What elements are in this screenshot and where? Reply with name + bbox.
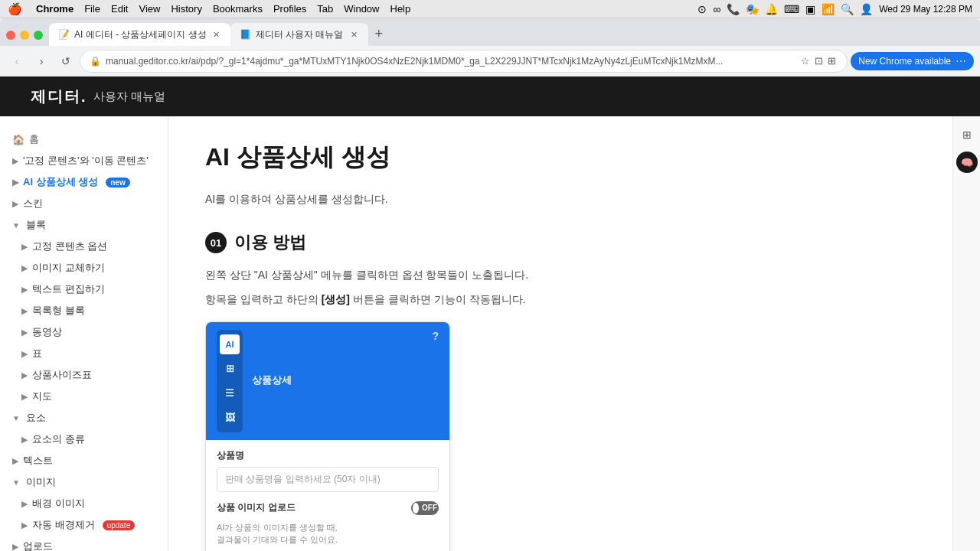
sidebar-item-list-block[interactable]: ▶ 목록형 블록	[0, 300, 168, 321]
page-title: AI 상품상세 생성	[205, 141, 916, 174]
address-bar: ‹ › ↺ 🔒 manual.geditor.co.kr/ai/pdp/?_gl…	[0, 46, 980, 77]
sidebar-group-element[interactable]: ▼ 요소	[0, 407, 168, 429]
menubar-file[interactable]: File	[84, 3, 100, 15]
ai-field1-input[interactable]: 판매 상품명을 입력하세요 (50자 이내)	[217, 467, 439, 492]
apple-icon[interactable]: 🍎	[8, 2, 22, 16]
menubar-tab[interactable]: Tab	[317, 3, 333, 15]
star-icon[interactable]: ☆	[799, 54, 812, 68]
ai-panel-ai-btn[interactable]: AI	[220, 334, 240, 354]
sidebar-item-fixed-opt[interactable]: ▶ 고정 콘텐츠 옵션	[0, 236, 168, 257]
maximize-traffic-light[interactable]	[34, 31, 43, 40]
menubar-profiles[interactable]: Profiles	[273, 3, 306, 15]
sidebar-label-size-table: 상품사이즈표	[32, 368, 92, 382]
menubar-help[interactable]: Help	[390, 3, 411, 15]
menubar-right: ⊙ ∞ 📞 🎭 🔔 ⌨ ▣ 📶 🔍 👤 Wed 29 May 12:28 PM	[697, 3, 972, 15]
forward-button[interactable]: ›	[31, 51, 52, 72]
page-desc: AI를 이용하여 상품상세를 생성합니다.	[205, 193, 916, 207]
sidebar-item-ai[interactable]: ▶ AI 상품상세 생성 new	[0, 171, 168, 193]
sidebar-item-size-table[interactable]: ▶ 상품사이즈표	[0, 364, 168, 386]
chevron-icon-bg-image: ▶	[21, 499, 28, 509]
phone-icon: 📞	[727, 3, 740, 15]
sidebar-label-text: 텍스트	[23, 454, 53, 468]
close-traffic-light[interactable]	[6, 31, 15, 40]
sidebar-item-img-replace[interactable]: ▶ 이미지 교체하기	[0, 257, 168, 279]
right-ai-icon[interactable]: 🧠	[956, 152, 978, 173]
menubar-chrome[interactable]: Chrome	[36, 3, 74, 15]
sidebar-item-bg-image[interactable]: ▶ 배경 이미지	[0, 493, 168, 514]
sidebar-item-upload[interactable]: ▶ 업로드	[0, 536, 168, 551]
sidebar-item-map[interactable]: ▶ 지도	[0, 386, 168, 407]
ai-toggle1-sub: AI가 상품의 이미지를 생성할 때,결과물이 기대와 다를 수 있어요.	[217, 521, 439, 546]
sidebar-group-block[interactable]: ▼ 블록	[0, 214, 168, 236]
section1-num: 01	[205, 232, 227, 253]
menubar-history[interactable]: History	[171, 3, 201, 15]
ai-panel-help-icon[interactable]: ?	[432, 330, 439, 342]
ai-toggle1[interactable]: OFF	[411, 501, 439, 515]
ai-panel-list-icon[interactable]: ☰	[220, 383, 240, 403]
chevron-icon-text-edit: ▶	[21, 285, 28, 295]
tab-1-favicon: 📝	[58, 29, 70, 40]
sidebar-item-skin[interactable]: ▶ 스킨	[0, 193, 168, 214]
site-header: 제디터. 사용자 매뉴얼	[0, 77, 980, 116]
sidebar-label-text-edit: 텍스트 편집하기	[32, 282, 105, 296]
ai-field1-placeholder: 판매 상품명을 입력하세요 (50자 이내)	[225, 474, 381, 484]
chevron-icon-text: ▶	[12, 456, 18, 466]
menubar-view[interactable]: View	[139, 3, 160, 15]
new-chrome-banner[interactable]: New Chrome available ⋯	[851, 52, 974, 70]
pip-icon[interactable]: ⊞	[826, 54, 838, 68]
sidebar-group-image[interactable]: ▼ 이미지	[0, 471, 168, 493]
tab-2-close[interactable]: ✕	[349, 28, 359, 41]
chevron-icon: ▶	[12, 156, 18, 166]
ai-panel-image-icon[interactable]: 🖼	[220, 408, 240, 428]
sidebar-item-text[interactable]: ▶ 텍스트	[0, 450, 168, 471]
menubar-window[interactable]: Window	[344, 3, 379, 15]
minimize-traffic-light[interactable]	[20, 31, 29, 40]
new-chrome-menu[interactable]: ⋯	[956, 55, 966, 67]
extension-icon[interactable]: ⊡	[813, 54, 825, 68]
sidebar-item-video[interactable]: ▶ 동영상	[0, 321, 168, 343]
ai-panel-title: 상품상세	[252, 373, 426, 387]
menubar-time: Wed 29 May 12:28 PM	[879, 4, 972, 15]
tab-2[interactable]: 📘 제디터 사용자 매뉴얼 ✕	[230, 23, 368, 46]
new-tab-button[interactable]: +	[368, 23, 390, 44]
chevron-icon-skin: ▶	[12, 199, 18, 209]
wifi-icon: 📶	[822, 3, 835, 15]
sidebar-item-element-types[interactable]: ▶ 요소의 종류	[0, 429, 168, 450]
menubar: 🍎 Chrome File Edit View History Bookmark…	[0, 0, 980, 18]
toggle-image-icon: ▼	[12, 478, 20, 487]
sidebar-item-table[interactable]: ▶ 표	[0, 343, 168, 364]
tab-2-title: 제디터 사용자 매뉴얼	[256, 28, 345, 41]
back-button[interactable]: ‹	[6, 51, 28, 72]
chevron-icon-ai: ▶	[12, 178, 18, 187]
sidebar-item-auto-bg[interactable]: ▶ 자동 배경제거 update	[0, 514, 168, 536]
sidebar-item-home[interactable]: 🏠 홈	[0, 129, 168, 150]
tab-1-close[interactable]: ✕	[211, 28, 221, 41]
right-grid-icon[interactable]: ⊞	[956, 124, 978, 145]
ai-new-badge: new	[106, 178, 129, 187]
logo-text: 제디터.	[31, 88, 87, 105]
chevron-icon-list-block: ▶	[21, 306, 28, 316]
menubar-edit[interactable]: Edit	[111, 3, 128, 15]
search-icon[interactable]: 🔍	[841, 3, 854, 15]
sidebar-label-fixed: '고정 콘텐츠'와 '이동 콘텐츠'	[23, 154, 149, 168]
toggle-block-icon: ▼	[12, 221, 20, 230]
sidebar-item-text-edit[interactable]: ▶ 텍스트 편집하기	[0, 279, 168, 300]
url-bar[interactable]: 🔒 manual.geditor.co.kr/ai/pdp/?_gl=1*4aj…	[80, 50, 848, 73]
sidebar-label-bg-image: 배경 이미지	[32, 497, 85, 510]
ai-panel-grid-icon[interactable]: ⊞	[220, 359, 240, 379]
battery-icon: ▣	[805, 3, 815, 15]
ai-panel-body: 상품명 판매 상품명을 입력하세요 (50자 이내) 상품 이미지 업로드 OF…	[206, 440, 449, 551]
ai-field1-label: 상품명	[217, 449, 439, 462]
reload-button[interactable]: ↺	[55, 51, 77, 72]
sidebar-item-fixed-content[interactable]: ▶ '고정 콘텐츠'와 '이동 콘텐츠'	[0, 150, 168, 171]
right-panel: ⊞ 🧠	[952, 116, 980, 551]
sidebar-label-element-types: 요소의 종류	[32, 432, 85, 446]
auto-bg-update-badge: update	[103, 520, 136, 530]
ai-toggle1-knob	[413, 503, 419, 514]
menubar-bookmarks[interactable]: Bookmarks	[213, 3, 263, 15]
chevron-icon-element-types: ▶	[21, 435, 28, 445]
tab-1[interactable]: 📝 AI 에디터 - 상품상세페이지 생성 ✕	[49, 23, 230, 46]
ai-toggle1-state: OFF	[422, 504, 437, 512]
section1-desc2: 항목을 입력하고 하단의 [생성] 버튼을 클릭하면 기능이 작동됩니다.	[205, 291, 916, 309]
section1-desc1: 왼쪽 상단 "AI 상품상세" 메뉴를 클릭하면 옵션 항목들이 노출됩니다.	[205, 266, 916, 285]
